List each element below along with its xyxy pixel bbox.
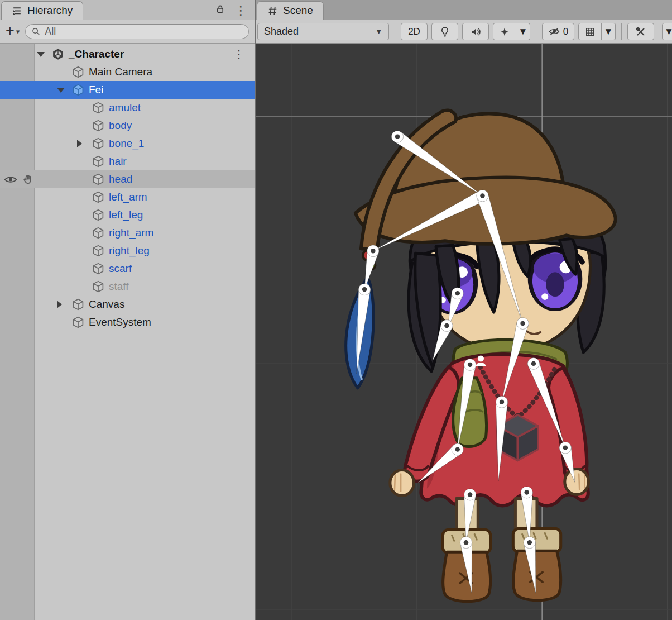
tools-icon (635, 26, 646, 37)
hierarchy-row-staff[interactable]: staff (0, 278, 255, 295)
eye-off-icon (548, 27, 560, 36)
tab-scene-label: Scene (283, 4, 313, 17)
cube-icon (92, 155, 105, 168)
row-label: hair (109, 155, 127, 168)
scene-icon (51, 47, 65, 61)
cube-icon (92, 244, 105, 257)
hierarchy-row-right-leg[interactable]: right_leg (0, 242, 255, 260)
effects-star-icon (500, 27, 510, 37)
effects-toggle-button[interactable] (493, 23, 516, 40)
hierarchy-row-body[interactable]: body (0, 117, 255, 135)
hierarchy-row-left-leg[interactable]: left_leg (0, 206, 255, 224)
foldout-arrow[interactable] (37, 52, 51, 57)
hierarchy-tabstrip: Hierarchy ⋮ (0, 0, 255, 20)
row-label: bone_1 (109, 137, 144, 150)
hidden-count: 0 (563, 26, 568, 37)
hierarchy-row-eventsystem[interactable]: EventSystem (0, 313, 255, 331)
audio-toggle-button[interactable] (462, 23, 489, 40)
cube-icon (71, 316, 85, 329)
cube-icon (71, 298, 85, 311)
scene-overflow-dropdown[interactable]: ▼ (662, 23, 672, 40)
toolbar-separator (395, 23, 395, 40)
tab-scene[interactable]: Scene (257, 1, 324, 20)
foldout-arrow[interactable] (57, 88, 71, 93)
tab-hierarchy-label: Hierarchy (27, 4, 73, 17)
hierarchy-row-bone-1[interactable]: bone_1 (0, 135, 255, 152)
row-label: right_leg (109, 245, 150, 257)
chevron-down-icon: ▼ (375, 27, 382, 36)
row-label: EventSystem (89, 316, 151, 328)
picking-hand-icon[interactable] (22, 174, 33, 185)
2d-toggle-button[interactable]: 2D (401, 23, 428, 40)
hierarchy-panel: Hierarchy ⋮ + ▾ All _Character⋮Main Came… (0, 0, 256, 620)
toolbar-separator (536, 23, 536, 40)
cube-icon (92, 262, 105, 275)
tab-hierarchy[interactable]: Hierarchy (1, 1, 83, 20)
grid-hash-icon (267, 6, 278, 16)
hierarchy-toolbar: + ▾ All (0, 20, 255, 44)
cube-icon (92, 137, 105, 150)
scene-viewport[interactable] (256, 44, 672, 620)
hierarchy-menu-icon[interactable]: ⋮ (234, 4, 248, 16)
row-label: _Character (69, 48, 124, 60)
visibility-eye-icon[interactable] (4, 175, 17, 184)
speaker-icon (470, 26, 481, 37)
cube-icon (92, 173, 105, 186)
cube-icon (92, 190, 105, 204)
scene-toolbar: Shaded ▼ 2D ▼ 0 (256, 20, 672, 44)
shading-mode-label: Shaded (264, 26, 299, 37)
cube-icon (71, 65, 85, 79)
scene-panel: Scene Shaded ▼ 2D ▼ (256, 0, 672, 620)
grid-icon (585, 27, 595, 37)
hierarchy-row-head[interactable]: head (0, 170, 255, 188)
effects-dropdown[interactable]: ▼ (516, 23, 530, 40)
row-label: head (109, 173, 132, 185)
row-label: left_arm (109, 191, 147, 203)
search-icon (31, 27, 41, 36)
hierarchy-row-fei[interactable]: Fei (0, 81, 255, 99)
search-value: All (45, 26, 56, 37)
row-label: amulet (109, 102, 141, 114)
hierarchy-row-scarf[interactable]: scarf (0, 260, 255, 278)
scene-visibility-button[interactable]: 0 (542, 23, 574, 40)
cube-icon (92, 280, 105, 293)
foldout-arrow[interactable] (77, 140, 92, 147)
add-object-button[interactable]: + ▾ (6, 25, 20, 39)
hierarchy-row-hair[interactable]: hair (0, 152, 255, 170)
shading-mode-dropdown[interactable]: Shaded ▼ (257, 23, 389, 40)
unity-editor-window: Hierarchy ⋮ + ▾ All _Character⋮Main Came… (0, 0, 672, 620)
row-label: body (109, 120, 132, 132)
scene-tabstrip: Scene (256, 0, 672, 20)
foldout-arrow[interactable] (57, 301, 71, 308)
lock-icon[interactable] (215, 4, 225, 16)
prefab-icon (71, 83, 85, 97)
chevron-down-icon: ▾ (16, 27, 20, 36)
row-label: left_leg (109, 209, 143, 221)
cube-icon (92, 119, 105, 132)
component-tools-button[interactable] (627, 23, 654, 40)
row-label: Fei (89, 84, 103, 96)
lightbulb-icon (439, 26, 450, 37)
row-label: scarf (109, 263, 132, 275)
plus-icon: + (6, 23, 15, 39)
hierarchy-search-input[interactable]: All (25, 24, 249, 39)
hierarchy-row-right-arm[interactable]: right_arm (0, 224, 255, 242)
cube-icon (92, 226, 105, 240)
hierarchy-row--character[interactable]: _Character⋮ (0, 45, 255, 63)
row-menu-icon[interactable]: ⋮ (233, 47, 244, 61)
hierarchy-list-icon (12, 6, 22, 16)
row-label: Canvas (89, 298, 124, 311)
cube-icon (92, 208, 105, 222)
hierarchy-row-canvas[interactable]: Canvas (0, 295, 255, 313)
hierarchy-row-left-arm[interactable]: left_arm (0, 188, 255, 206)
lighting-toggle-button[interactable] (431, 23, 458, 40)
cube-icon (92, 101, 105, 115)
grid-dropdown[interactable]: ▼ (602, 23, 616, 40)
row-label: staff (109, 280, 129, 293)
grid-visibility-button[interactable] (578, 23, 602, 40)
hierarchy-row-main-camera[interactable]: Main Camera (0, 63, 255, 81)
hierarchy-tree: _Character⋮Main CameraFeiamuletbodybone_… (0, 44, 255, 620)
hierarchy-row-amulet[interactable]: amulet (0, 99, 255, 117)
toolbar-separator (621, 23, 622, 40)
row-label: Main Camera (89, 66, 152, 78)
